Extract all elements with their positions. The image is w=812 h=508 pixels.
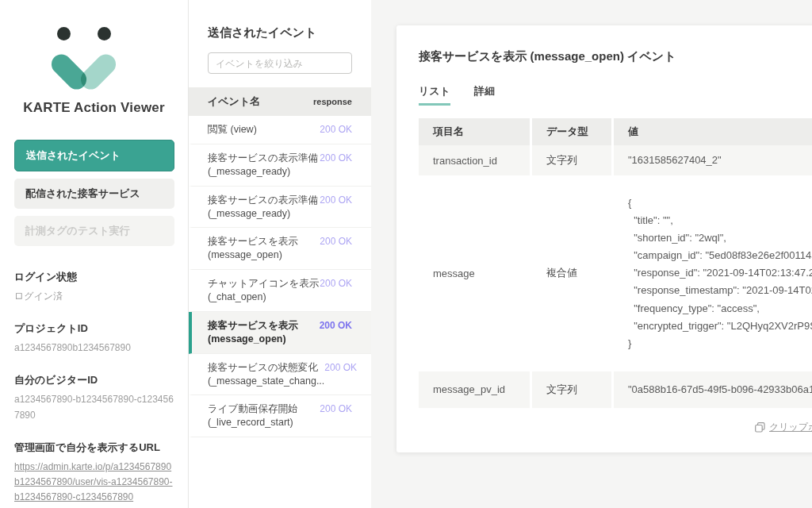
detail-table: 項目名 データ型 値 transaction_id 文字列 "163158562… bbox=[419, 118, 812, 408]
event-status: 200 OK bbox=[320, 402, 352, 429]
project-id-label: プロジェクトID bbox=[14, 321, 174, 336]
event-status: 200 OK bbox=[320, 235, 352, 262]
event-detail-card: 接客サービスを表示 (message_open) イベント リスト 詳細 項目名… bbox=[396, 25, 812, 452]
type-cell-message: 複合値 bbox=[532, 175, 611, 371]
events-panel-title: 送信されたイベント bbox=[189, 25, 371, 40]
login-status-label: ログイン状態 bbox=[14, 270, 174, 284]
admin-url-label: 管理画面で自分を表示するURL bbox=[14, 441, 174, 455]
nav-sent-events-button[interactable]: 送信されたイベント bbox=[14, 140, 174, 171]
event-row-message-open-1[interactable]: 接客サービスを表示(message_open) 200 OK bbox=[189, 228, 371, 270]
event-code: (message_open) bbox=[208, 248, 298, 262]
event-name-column-header: イベント名 bbox=[208, 94, 260, 109]
event-row-message-ready-1[interactable]: 接客サービスの表示準備(_message_ready) 200 OK bbox=[189, 144, 371, 187]
event-name: チャットアイコンを表示 bbox=[208, 277, 319, 291]
app-window: KARTE Action Viewer 送信されたイベント 配信された接客サービ… bbox=[0, 0, 812, 508]
tab-list[interactable]: リスト bbox=[419, 84, 450, 106]
visitor-id-label: 自分のビジターID bbox=[14, 373, 174, 387]
nav-tag-test-button[interactable]: 計測タグのテスト実行 bbox=[14, 216, 174, 246]
event-code: (message_open) bbox=[208, 333, 298, 346]
type-cell-message-pv-id: 文字列 bbox=[532, 371, 611, 408]
sidebar: KARTE Action Viewer 送信されたイベント 配信された接客サービ… bbox=[0, 0, 189, 508]
event-row-chat-open[interactable]: チャットアイコンを表示(_chat_open) 200 OK bbox=[189, 270, 371, 312]
nav-delivered-services-button[interactable]: 配信された接客サービス bbox=[14, 179, 174, 209]
login-status-value: ログイン済 bbox=[14, 289, 174, 304]
event-code: (_message_state_chang... bbox=[208, 375, 324, 388]
karte-logo bbox=[31, 21, 158, 89]
detail-tabs: リスト 詳細 bbox=[419, 84, 812, 106]
event-name: 接客サービスを表示 bbox=[208, 319, 298, 333]
event-status: 200 OK bbox=[320, 319, 352, 346]
value-cell-message-pv-id: "0a588b16-67d5-49f5-b096-42933b06a1b2" bbox=[614, 371, 812, 408]
event-row-message-open-selected[interactable]: 接客サービスを表示(message_open) 200 OK bbox=[189, 312, 371, 354]
visitor-id-value: a1234567890-b1234567890-c1234567890 bbox=[14, 392, 174, 422]
field-cell-message: message bbox=[419, 175, 530, 371]
detail-area: 接客サービスを表示 (message_open) イベント リスト 詳細 項目名… bbox=[371, 0, 812, 508]
event-name: 閲覧 (view) bbox=[208, 123, 257, 137]
response-column-header: response bbox=[313, 97, 352, 106]
event-name: 接客サービスを表示 bbox=[208, 235, 298, 248]
event-row-message-state-change[interactable]: 接客サービスの状態変化(_message_state_chang... 200 … bbox=[189, 354, 371, 396]
event-code: (_message_ready) bbox=[208, 165, 318, 179]
event-name: 接客サービスの状態変化 bbox=[208, 361, 324, 375]
event-code: (_chat_open) bbox=[208, 291, 319, 304]
events-panel: 送信されたイベント イベント名 response 閲覧 (view) 200 O… bbox=[189, 0, 371, 508]
value-cell-transaction-id: "1631585627404_2" bbox=[614, 145, 812, 175]
event-status: 200 OK bbox=[320, 152, 352, 179]
event-status: 200 OK bbox=[320, 123, 352, 137]
tab-detail[interactable]: 詳細 bbox=[474, 84, 495, 106]
copy-link-label: クリップボードにコピー bbox=[769, 421, 812, 434]
value-cell-message: { "title": "", "shorten_id": "2wql", "ca… bbox=[614, 175, 812, 371]
field-cell-transaction-id: transaction_id bbox=[419, 145, 530, 175]
event-list-header: イベント名 response bbox=[189, 87, 371, 116]
event-name: ライブ動画保存開始 bbox=[208, 402, 297, 416]
field-column-header: 項目名 bbox=[419, 118, 530, 145]
event-status: 200 OK bbox=[320, 194, 352, 221]
event-filter-input[interactable] bbox=[208, 52, 352, 74]
event-status: 200 OK bbox=[320, 277, 352, 304]
logo-eye-dot-left bbox=[57, 27, 71, 40]
copy-to-clipboard-link[interactable]: クリップボードにコピー bbox=[755, 421, 812, 434]
project-id-value: a1234567890b1234567890 bbox=[14, 341, 174, 356]
event-code: (_live_record_start) bbox=[208, 416, 297, 429]
value-column-header: 値 bbox=[614, 118, 812, 145]
detail-title: 接客サービスを表示 (message_open) イベント bbox=[419, 49, 812, 64]
type-column-header: データ型 bbox=[532, 118, 611, 145]
project-id-section: プロジェクトID a1234567890b1234567890 bbox=[14, 321, 174, 356]
event-name: 接客サービスの表示準備 bbox=[208, 194, 318, 207]
admin-url-section: 管理画面で自分を表示するURL https://admin.karte.io/p… bbox=[14, 441, 174, 506]
admin-url-link[interactable]: https://admin.karte.io/p/a1234567890b123… bbox=[14, 460, 174, 506]
event-row-live-record-start[interactable]: ライブ動画保存開始(_live_record_start) 200 OK bbox=[189, 395, 371, 437]
login-status-section: ログイン状態 ログイン済 bbox=[14, 270, 174, 304]
type-cell-transaction-id: 文字列 bbox=[532, 145, 611, 175]
event-code: (_message_ready) bbox=[208, 207, 318, 221]
event-name: 接客サービスの表示準備 bbox=[208, 152, 318, 165]
visitor-id-section: 自分のビジターID a1234567890-b1234567890-c12345… bbox=[14, 373, 174, 422]
app-title: KARTE Action Viewer bbox=[14, 100, 174, 116]
field-cell-message-pv-id: message_pv_id bbox=[419, 371, 530, 408]
event-row-view[interactable]: 閲覧 (view) 200 OK bbox=[189, 116, 371, 144]
logo-eye-dot-right bbox=[98, 27, 111, 40]
event-status: 200 OK bbox=[324, 361, 357, 388]
event-filter-wrap bbox=[189, 40, 371, 87]
copy-icon bbox=[755, 422, 765, 433]
event-row-message-ready-2[interactable]: 接客サービスの表示準備(_message_ready) 200 OK bbox=[189, 187, 371, 229]
